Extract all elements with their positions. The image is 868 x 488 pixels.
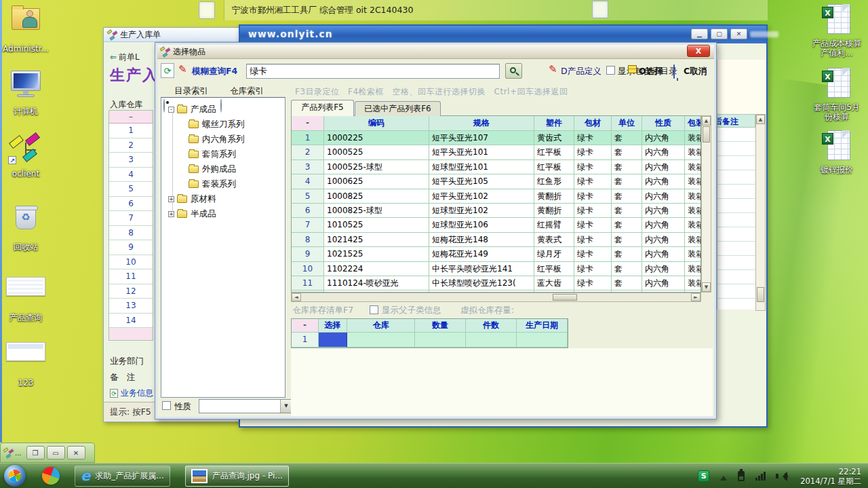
scroll-up-icon[interactable]: ▲	[756, 115, 765, 124]
task-image-viewer[interactable]: 产品查询.jpg - Pi...	[185, 466, 289, 487]
nature-checkbox[interactable]	[162, 401, 171, 410]
tree-item-螺丝刀系列[interactable]: 螺丝刀系列	[161, 117, 285, 132]
tree-item-内六角系列[interactable]: 内六角系列	[161, 132, 285, 147]
stock-column-header-0[interactable]: -	[292, 319, 319, 333]
row-number-cell[interactable]: 7	[109, 211, 153, 226]
column-header-1[interactable]: 编码	[324, 116, 429, 131]
column-header-6[interactable]: 性质	[642, 116, 685, 131]
desktop-icon-oclient-shortcut[interactable]: oclient	[0, 133, 52, 179]
product-row[interactable]: 71010525短球型亚光106红摇臂绿卡套内六角装箱数	[292, 218, 701, 232]
product-row[interactable]: 21000525短平头亚光101红平板绿卡套内六角装箱数	[292, 145, 701, 159]
tree-item-套装系列[interactable]: 套装系列	[161, 176, 285, 191]
stock-column-header-5[interactable]: 生产日期	[517, 319, 568, 333]
row-number-cell[interactable]: 10	[109, 255, 153, 270]
product-row[interactable]: 51000825短平头亚光102黄翻折绿卡套内六角装箱数	[292, 189, 701, 204]
refresh-button[interactable]	[161, 63, 174, 78]
row-number-cell[interactable]: 11	[109, 269, 153, 284]
stock-column-header-3[interactable]: 数量	[415, 319, 466, 333]
row-number-cell[interactable]: 13	[109, 299, 153, 314]
product-table-hscrollbar[interactable]: ◄ ►	[291, 293, 701, 302]
dropdown-arrow-icon[interactable]	[280, 400, 292, 413]
collapse-icon[interactable]: -	[168, 107, 174, 113]
close-button[interactable]: ✕	[730, 29, 747, 39]
product-row[interactable]: 11000225短平头亚光107黄齿式绿卡套内六角装箱数	[292, 131, 701, 145]
nature-combobox[interactable]	[199, 399, 292, 413]
tree-item-套筒系列[interactable]: 套筒系列	[161, 147, 285, 162]
row-number-cell[interactable]: 12	[109, 284, 153, 299]
desktop-icon-administrator-folder[interactable]: Administr...	[0, 1, 52, 54]
tab-product-list[interactable]: 产品列表F5	[291, 100, 354, 116]
restore-button[interactable]: ❐	[26, 446, 45, 459]
scroll-left-icon[interactable]: ◄	[292, 293, 301, 301]
desktop-icon-product-query-image[interactable]: 产品查询	[0, 277, 52, 322]
expand-icon[interactable]: +	[168, 196, 174, 202]
scroll-thumb[interactable]	[553, 294, 577, 301]
stock-cell[interactable]	[517, 333, 568, 348]
network-signal-icon[interactable]	[755, 472, 766, 481]
scroll-down-icon[interactable]: ▼	[702, 282, 711, 292]
stock-cell[interactable]	[466, 333, 517, 348]
browser-pinwheel-icon[interactable]	[39, 464, 62, 487]
column-header-3[interactable]: 塑件	[534, 116, 574, 131]
row-number-cell[interactable]: 6	[109, 197, 153, 212]
column-header-7[interactable]: 包装参数	[685, 116, 701, 131]
battery-icon[interactable]	[738, 471, 745, 481]
row-number-cell[interactable]: 4	[109, 168, 153, 183]
desktop-icon-excel-cost-file[interactable]: 产品成本核算产值利...	[811, 4, 863, 58]
row-number-cell[interactable]: 1	[109, 124, 153, 138]
fuzzy-search-input[interactable]	[246, 64, 500, 79]
tab-selected-products[interactable]: 已选中产品列表F6	[355, 101, 441, 116]
tray-expand-icon[interactable]	[720, 472, 727, 481]
stock-column-header-1[interactable]: 选择	[319, 319, 347, 333]
product-table-vscrollbar[interactable]: ▲ ▼	[701, 115, 711, 293]
scroll-thumb[interactable]	[703, 126, 710, 143]
maximize-button[interactable]: ▭	[47, 446, 65, 459]
production-row-number-grid[interactable]: – 1234567891011121314	[108, 110, 153, 341]
product-row[interactable]: 101102224中长平头喷砂亚光141红平板绿卡套内六角装箱数	[292, 262, 701, 276]
stock-cell[interactable]	[347, 333, 415, 348]
volume-icon[interactable]	[776, 471, 788, 482]
stock-row[interactable]: 1	[292, 333, 568, 348]
row-number-cell[interactable]: 5	[109, 182, 153, 197]
desktop-icon-excel-quote-file[interactable]: 镀锌报价	[811, 130, 863, 174]
close-button[interactable]: ✕	[67, 446, 85, 459]
dialog-titlebar[interactable]: 选择物品	[157, 45, 714, 59]
show-children-checkbox[interactable]	[370, 305, 378, 314]
minimized-window-bar[interactable]: ... ❐ ▭ ✕	[0, 443, 95, 463]
tree-item-外购成品[interactable]: 外购成品	[161, 162, 285, 176]
product-row[interactable]: 41000625短平头亚光105红鱼形绿卡套内六角装箱数	[292, 174, 701, 189]
product-row[interactable]: 61000825-球型短球型亚光102黄翻折绿卡套内六角装箱数	[292, 204, 701, 218]
scroll-right-icon[interactable]: ►	[691, 293, 701, 301]
start-button[interactable]	[4, 465, 26, 487]
desktop-icon-image-123[interactable]: 123	[0, 342, 52, 388]
scroll-up-icon[interactable]: ▲	[702, 116, 711, 126]
dialog-close-button[interactable]	[687, 45, 710, 57]
desktop-icon-recycle-bin[interactable]: 回收站	[0, 202, 52, 252]
rear-vertical-scrollbar[interactable]: ▲	[755, 114, 766, 311]
previous-doc-button[interactable]: ⇐前单L	[110, 52, 140, 63]
stock-cell[interactable]	[415, 333, 466, 348]
row-number-cell[interactable]: 9	[109, 240, 153, 255]
product-row[interactable]: 81021425短梅花亚光148黄表式绿卡套内六角装箱数	[292, 233, 701, 247]
product-row[interactable]: 111110124-喷砂亚光中长球型喷砂亚光123(蓝大齿绿卡套内六角装箱数	[292, 276, 701, 290]
product-table[interactable]: -编码规格塑件包材单位性质包装参数11000225短平头亚光107黄齿式绿卡套内…	[291, 115, 701, 293]
row-number-cell[interactable]: 3	[109, 153, 153, 168]
row-number-cell[interactable]: 2	[109, 138, 153, 153]
selected-cell[interactable]	[319, 333, 347, 348]
scroll-thumb[interactable]	[757, 287, 764, 302]
stock-column-header-2[interactable]: 仓库	[347, 319, 415, 333]
minimize-button[interactable]: ▁	[691, 29, 708, 39]
column-header-0[interactable]: -	[292, 116, 324, 131]
product-define-button[interactable]: D产品定义	[561, 66, 601, 77]
tree-item-半成品[interactable]: +半成品	[161, 206, 285, 221]
expand-icon[interactable]: +	[168, 211, 174, 217]
tree-item-原材料[interactable]: +原材料	[161, 191, 285, 206]
clock[interactable]: 22:21 2014/7/1 星期二	[800, 467, 861, 486]
show-subdir-checkbox[interactable]	[606, 66, 615, 75]
search-button[interactable]	[505, 63, 522, 79]
column-header-4[interactable]: 包材	[574, 116, 612, 131]
column-header-5[interactable]: 单位	[612, 116, 642, 131]
column-header-2[interactable]: 规格	[429, 116, 534, 131]
stock-column-header-4[interactable]: 件数	[466, 319, 517, 333]
select-button[interactable]: O选择	[639, 66, 663, 77]
